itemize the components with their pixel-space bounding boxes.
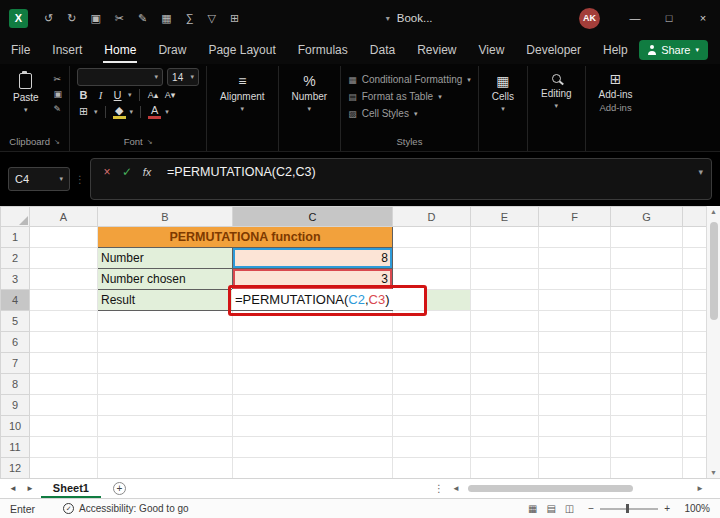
cell[interactable]: [611, 374, 683, 395]
font-color-button[interactable]: A: [148, 104, 161, 119]
cell[interactable]: [393, 227, 471, 248]
cell[interactable]: [98, 395, 233, 416]
cell[interactable]: [539, 395, 611, 416]
cell[interactable]: [539, 248, 611, 269]
cell[interactable]: [98, 353, 233, 374]
cell[interactable]: [393, 437, 471, 458]
cell[interactable]: [30, 248, 98, 269]
cell-b4[interactable]: Result: [98, 290, 233, 311]
cell[interactable]: [30, 290, 98, 311]
cell[interactable]: [233, 395, 393, 416]
col-header-a[interactable]: A: [30, 207, 98, 227]
col-header-e[interactable]: E: [471, 207, 539, 227]
bold-button[interactable]: B: [77, 89, 90, 101]
cell[interactable]: [471, 311, 539, 332]
row-header-3[interactable]: 3: [1, 269, 30, 290]
italic-button[interactable]: I: [94, 89, 107, 101]
row-header-8[interactable]: 8: [1, 374, 30, 395]
cell[interactable]: [611, 332, 683, 353]
tab-data[interactable]: Data: [359, 36, 406, 64]
addins-button[interactable]: ⊞ Add-ins: [593, 68, 639, 100]
cell[interactable]: [611, 311, 683, 332]
cell[interactable]: [683, 458, 707, 479]
cell[interactable]: [539, 416, 611, 437]
minimize-button[interactable]: —: [618, 0, 652, 36]
cell[interactable]: [393, 311, 471, 332]
cell[interactable]: [98, 437, 233, 458]
cell-c2[interactable]: 8: [233, 248, 393, 269]
col-header-f[interactable]: F: [539, 207, 611, 227]
cell[interactable]: [30, 416, 98, 437]
dialog-launcher-icon[interactable]: ↘: [147, 138, 153, 146]
cell[interactable]: [611, 437, 683, 458]
row-header-6[interactable]: 6: [1, 332, 30, 353]
table-icon[interactable]: ▦: [161, 12, 171, 25]
tab-home[interactable]: Home: [93, 36, 147, 64]
cell[interactable]: [233, 458, 393, 479]
clipboard-icon[interactable]: ▣: [90, 12, 100, 25]
cell[interactable]: [471, 437, 539, 458]
col-header-g[interactable]: G: [611, 207, 683, 227]
cell-c3[interactable]: 3: [233, 269, 393, 290]
fill-color-button[interactable]: ◆: [113, 104, 126, 119]
cell[interactable]: [471, 269, 539, 290]
cell[interactable]: [539, 437, 611, 458]
underline-button[interactable]: U: [111, 89, 124, 101]
cell[interactable]: [233, 374, 393, 395]
editing-button[interactable]: Editing ▾: [535, 68, 578, 110]
row-header-11[interactable]: 11: [1, 437, 30, 458]
row-header-1[interactable]: 1: [1, 227, 30, 248]
scroll-down-icon[interactable]: ▼: [707, 469, 720, 476]
cell[interactable]: [611, 269, 683, 290]
cell[interactable]: [539, 332, 611, 353]
autosum-icon[interactable]: ∑: [186, 12, 194, 25]
cell[interactable]: [539, 227, 611, 248]
vertical-scrollbar-thumb[interactable]: [710, 222, 718, 320]
prev-sheet-icon[interactable]: ◄: [9, 484, 17, 493]
tab-review[interactable]: Review: [406, 36, 467, 64]
maximize-button[interactable]: □: [652, 0, 686, 36]
next-sheet-icon[interactable]: ►: [26, 484, 34, 493]
cell[interactable]: [30, 311, 98, 332]
cell[interactable]: [30, 227, 98, 248]
format-as-table-button[interactable]: ▤ Format as Table ▾: [348, 88, 442, 105]
cell[interactable]: [683, 269, 707, 290]
sheet-splitter-icon[interactable]: ⋮: [434, 483, 444, 494]
cell[interactable]: [30, 332, 98, 353]
cell[interactable]: [611, 290, 683, 311]
format-painter-icon[interactable]: ✎: [54, 104, 63, 114]
cell[interactable]: [233, 437, 393, 458]
format-painter-icon[interactable]: ✎: [138, 12, 147, 25]
cell[interactable]: [30, 353, 98, 374]
undo-icon[interactable]: ↺: [44, 12, 53, 25]
cell-b2[interactable]: Number: [98, 248, 233, 269]
paste-button[interactable]: Paste ▾: [7, 68, 45, 117]
row-header-2[interactable]: 2: [1, 248, 30, 269]
cell[interactable]: [539, 458, 611, 479]
cell[interactable]: [539, 311, 611, 332]
cell[interactable]: [30, 437, 98, 458]
zoom-level[interactable]: 100%: [680, 503, 710, 514]
document-title[interactable]: ▾ Book...: [386, 12, 433, 24]
cell[interactable]: [393, 248, 471, 269]
cell[interactable]: [393, 458, 471, 479]
cell[interactable]: [683, 374, 707, 395]
cell[interactable]: [30, 458, 98, 479]
cell[interactable]: [611, 248, 683, 269]
zoom-slider-thumb[interactable]: [626, 504, 629, 513]
dialog-launcher-icon[interactable]: ↘: [54, 138, 60, 146]
cell[interactable]: [393, 395, 471, 416]
borders-button[interactable]: ⊞: [77, 105, 90, 118]
row-header-7[interactable]: 7: [1, 353, 30, 374]
formula-bar-expand-icon[interactable]: ▾: [698, 167, 703, 177]
cancel-icon[interactable]: ×: [97, 165, 117, 179]
page-break-view-icon[interactable]: ◫: [565, 503, 574, 514]
row-header-10[interactable]: 10: [1, 416, 30, 437]
cell[interactable]: [539, 374, 611, 395]
cut-icon[interactable]: ✂: [54, 74, 63, 84]
cell[interactable]: [611, 458, 683, 479]
page-layout-view-icon[interactable]: ▤: [546, 503, 555, 514]
cell[interactable]: [539, 269, 611, 290]
zoom-slider[interactable]: [600, 508, 658, 510]
cell[interactable]: [683, 353, 707, 374]
